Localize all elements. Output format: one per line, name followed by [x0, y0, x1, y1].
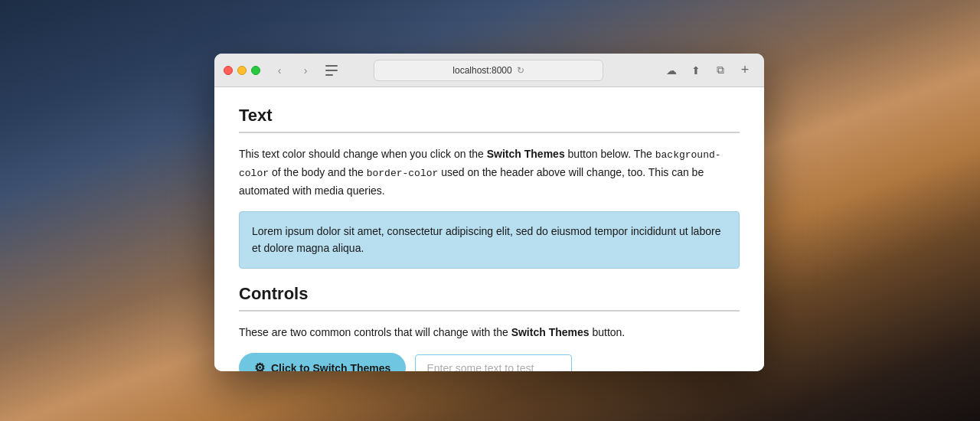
forward-button[interactable]: ›: [296, 60, 315, 80]
controls-row: ⚙ Click to Switch Themes: [239, 353, 740, 371]
svg-rect-1: [325, 70, 338, 71]
cloud-button[interactable]: ☁: [662, 60, 681, 80]
controls-section-divider: [239, 310, 740, 312]
text-section-divider: [239, 132, 740, 133]
lorem-text: Lorem ipsum dolor sit amet, consectetur …: [252, 225, 720, 254]
svg-rect-0: [325, 65, 338, 67]
text-section: Text This text color should change when …: [239, 106, 740, 269]
controls-section-description: These are two common controls that will …: [239, 324, 740, 341]
tab-icon: ⧉: [717, 64, 724, 77]
cloud-icon: ☁: [666, 64, 677, 77]
share-button[interactable]: ⬆: [686, 60, 706, 80]
desc-code2: border-color: [367, 168, 439, 179]
maximize-button[interactable]: [251, 66, 260, 75]
page-content: Text This text color should change when …: [214, 87, 764, 371]
ctrl-desc-bold: Switch Themes: [511, 326, 590, 338]
new-tab-button[interactable]: +: [735, 60, 755, 80]
address-bar[interactable]: localhost:8000 ↻: [374, 60, 603, 81]
browser-toolbar: ‹ › localhost:8000 ↻ ☁ ⬆ ⧉: [214, 54, 764, 87]
ctrl-desc-part1: These are two common controls that will …: [239, 326, 511, 338]
text-section-description: This text color should change when you c…: [239, 145, 740, 199]
forward-icon: ›: [304, 64, 308, 77]
url-text: localhost:8000: [452, 65, 511, 76]
desc-part3: of the body and the: [269, 166, 367, 178]
plus-icon: +: [741, 62, 750, 78]
back-icon: ‹: [278, 64, 282, 77]
close-button[interactable]: [224, 66, 233, 75]
sidebar-toggle-button[interactable]: [322, 60, 341, 80]
controls-section: Controls These are two common controls t…: [239, 284, 740, 371]
switch-themes-label: Click to Switch Themes: [271, 362, 390, 371]
tab-overview-button[interactable]: ⧉: [710, 60, 730, 80]
desc-part1: This text color should change when you c…: [239, 148, 487, 160]
minimize-button[interactable]: [237, 66, 247, 75]
back-button[interactable]: ‹: [270, 60, 289, 80]
desc-part2: button below. The: [565, 148, 655, 160]
test-text-input[interactable]: [415, 354, 572, 371]
text-section-title: Text: [239, 106, 740, 126]
svg-rect-2: [325, 74, 333, 76]
share-icon: ⬆: [691, 64, 701, 77]
browser-window: ‹ › localhost:8000 ↻ ☁ ⬆ ⧉: [214, 54, 764, 371]
lorem-ipsum-box: Lorem ipsum dolor sit amet, consectetur …: [239, 211, 740, 269]
switch-themes-button[interactable]: ⚙ Click to Switch Themes: [239, 353, 406, 371]
traffic-lights: [224, 66, 260, 75]
ctrl-desc-part2: button.: [590, 326, 626, 338]
desc-bold1: Switch Themes: [487, 148, 565, 160]
gear-icon: ⚙: [254, 361, 265, 371]
toolbar-right: ☁ ⬆ ⧉ +: [662, 60, 755, 80]
reload-button[interactable]: ↻: [517, 65, 524, 76]
controls-section-title: Controls: [239, 284, 740, 304]
